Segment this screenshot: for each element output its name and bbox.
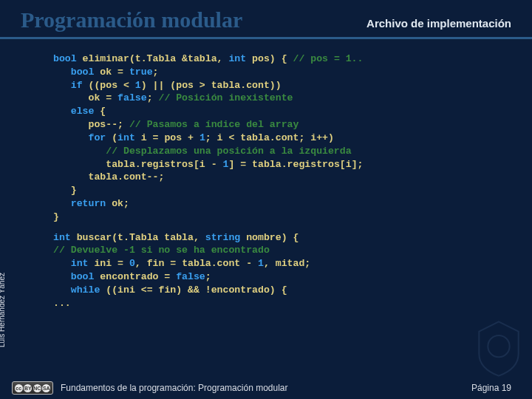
cc-license-badge-icon: cc BY NC SA xyxy=(12,381,53,395)
slide-section: Archivo de implementación xyxy=(366,17,511,30)
sa-icon: SA xyxy=(42,384,50,392)
code-fn-eliminar: bool eliminar(t.Tabla &tabla, int pos) {… xyxy=(53,52,511,224)
nc-icon: NC xyxy=(33,384,41,392)
code-block: bool eliminar(t.Tabla &tabla, int pos) {… xyxy=(0,39,532,310)
svg-point-0 xyxy=(488,335,509,357)
slide-title: Programación modular xyxy=(21,7,242,33)
slide-header: Programación modular Archivo de implemen… xyxy=(0,0,532,39)
by-icon: BY xyxy=(24,384,32,392)
slide-footer: cc BY NC SA Fundamentos de la programaci… xyxy=(0,377,532,399)
code-fn-buscar: int buscar(t.Tabla tabla, string nombre)… xyxy=(53,231,511,310)
footer-course: Fundamentos de la programación: Programa… xyxy=(61,383,288,393)
cc-icon: cc xyxy=(15,384,23,392)
institution-seal-icon xyxy=(473,319,525,378)
author-vertical: Luis Hernández Yáñez xyxy=(0,273,6,347)
footer-page: Página 19 xyxy=(471,383,511,393)
